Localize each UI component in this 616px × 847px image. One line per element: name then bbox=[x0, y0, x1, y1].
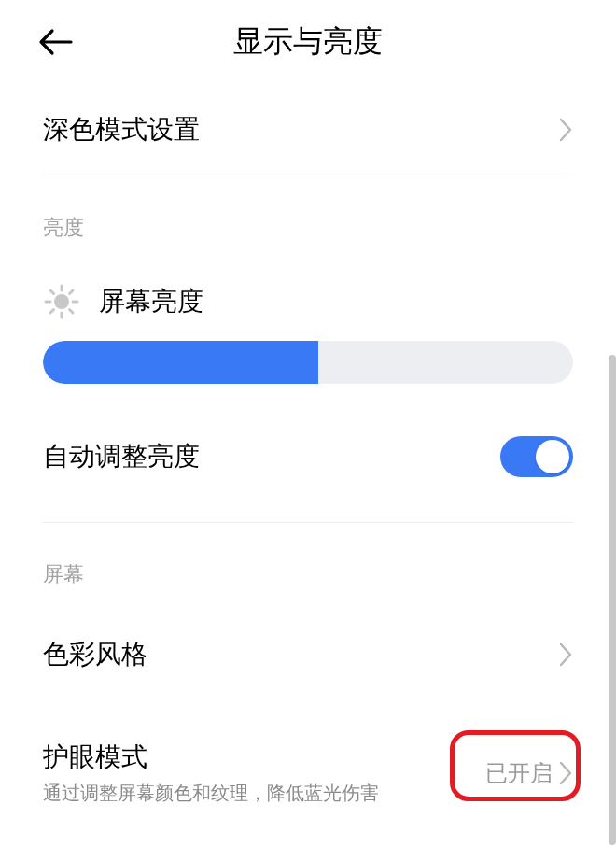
chevron-right-icon bbox=[558, 117, 573, 143]
row-label: 深色模式设置 bbox=[43, 112, 200, 148]
svg-line-7 bbox=[50, 310, 54, 314]
row-description: 通过调整屏幕颜色和纹理，降低蓝光伤害 bbox=[43, 781, 379, 806]
scrollbar[interactable] bbox=[609, 355, 616, 845]
brightness-slider-wrap bbox=[0, 332, 616, 412]
row-text-block: 护眼模式 通过调整屏幕颜色和纹理，降低蓝光伤害 bbox=[43, 740, 379, 806]
row-label: 护眼模式 bbox=[43, 740, 379, 775]
brightness-label: 屏幕亮度 bbox=[99, 284, 203, 319]
row-color-style[interactable]: 色彩风格 bbox=[0, 598, 616, 712]
row-dark-mode-settings[interactable]: 深色模式设置 bbox=[43, 84, 573, 176]
toggle-knob bbox=[536, 440, 569, 473]
svg-line-6 bbox=[70, 310, 74, 314]
auto-brightness-toggle[interactable] bbox=[500, 436, 573, 477]
row-screen-brightness: 屏幕亮度 bbox=[0, 251, 616, 332]
group-title-screen: 屏幕 bbox=[0, 523, 616, 598]
svg-point-0 bbox=[54, 294, 69, 309]
brightness-slider[interactable] bbox=[43, 341, 573, 384]
sun-icon bbox=[43, 283, 80, 320]
row-auto-brightness: 自动调整亮度 bbox=[0, 412, 616, 522]
row-label: 色彩风格 bbox=[43, 637, 147, 672]
svg-line-5 bbox=[50, 290, 54, 294]
svg-line-8 bbox=[70, 290, 74, 294]
row-label: 自动调整亮度 bbox=[43, 439, 200, 474]
row-eye-care-mode[interactable]: 护眼模式 通过调整屏幕颜色和纹理，降低蓝光伤害 已开启 bbox=[0, 712, 616, 806]
row-value-block: 已开启 bbox=[485, 758, 573, 788]
chevron-right-icon bbox=[558, 760, 573, 786]
row-value: 已开启 bbox=[485, 758, 553, 788]
back-arrow-icon[interactable] bbox=[37, 27, 75, 57]
group-title-brightness: 亮度 bbox=[0, 176, 616, 251]
chevron-right-icon bbox=[558, 642, 573, 668]
brightness-slider-fill bbox=[43, 341, 318, 384]
page-title: 显示与亮度 bbox=[37, 21, 579, 63]
header-bar: 显示与亮度 bbox=[0, 0, 616, 84]
